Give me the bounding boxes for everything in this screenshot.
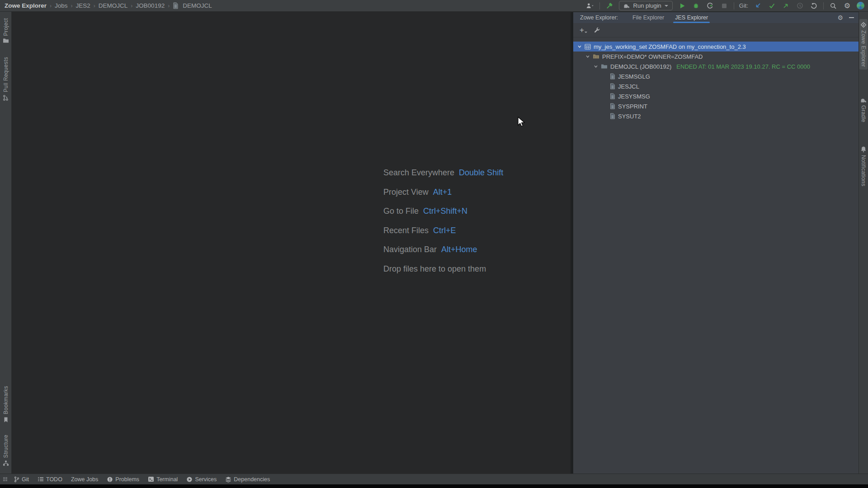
spool-file-name: JESJCL [618,83,639,90]
tree-row-spool-file[interactable]: JESMSGLG [573,71,859,81]
breadcrumb-item[interactable]: JES2 [76,2,90,9]
project-label: Project [3,18,9,36]
add-working-set-button[interactable]: + [580,26,587,34]
profiler-button[interactable] [706,1,715,10]
breadcrumb-item[interactable]: DEMOJCL [183,2,212,9]
panel-settings-gear-icon[interactable]: ⚙ [837,14,843,21]
chevron-down-icon [585,32,587,33]
problems-icon [107,476,113,483]
structure-icon [3,460,9,466]
hint-shortcut: Alt+1 [433,188,452,197]
breadcrumb-item[interactable]: DEMOJCL [99,2,128,9]
run-configuration-select[interactable]: Run plugin [619,1,673,10]
hint-label: Search Everywhere [383,168,454,178]
hint-label: Go to File [383,206,419,216]
hide-panel-icon[interactable] [849,17,854,18]
toolbar-separator [599,2,600,9]
dependencies-layers-icon [225,476,231,483]
git-update-button[interactable] [753,1,762,10]
pull-requests-label: Pull Requests [3,57,9,92]
build-hammer-icon[interactable] [605,1,614,10]
terminal-icon [148,476,154,482]
notifications-label: Notifications [860,155,867,186]
debug-button[interactable] [692,1,701,10]
folder-icon [3,38,9,43]
toolwindow-todo[interactable]: TODO [38,476,62,483]
gradle-elephant-icon [623,3,630,9]
sidebar-item-pull-requests[interactable]: Pull Requests [1,54,10,104]
tab-jes-explorer[interactable]: JES Explorer [670,13,712,23]
todo-list-icon [38,476,44,482]
spool-file-name: JESYSMSG [618,93,650,100]
tool-window-header: Zowe Explorer: File Explorer JES Explore… [573,12,859,23]
rollback-icon[interactable] [809,1,818,10]
toolbar-separator [823,2,824,9]
search-icon[interactable] [829,1,838,10]
toolwindow-services[interactable]: Services [186,476,217,483]
problems-label: Problems [115,476,139,483]
tree-row-spool-file[interactable]: JESJCL [573,81,859,91]
services-label: Services [195,476,217,483]
sidebar-item-notifications[interactable]: Notifications [859,143,868,189]
breadcrumb-separator: › [71,3,73,9]
job-status: ENDED AT: 01 MAR 2023 19.10.27. RC = CC … [676,63,810,70]
top-bar: Zowe Explorer › Jobs › JES2 › DEMOJCL › … [0,0,868,12]
tab-file-explorer[interactable]: File Explorer [628,13,669,23]
git-push-button[interactable] [781,1,790,10]
sidebar-item-gradle[interactable]: Gradle [859,95,868,125]
bookmarks-label: Bookmarks [3,386,9,414]
stop-button[interactable] [720,1,729,10]
breadcrumb-item[interactable]: JOB00192 [136,2,165,9]
services-icon [186,476,193,483]
git-commit-button[interactable] [767,1,776,10]
chevron-expanded-icon[interactable] [594,64,598,69]
chevron-expanded-icon[interactable] [577,44,582,49]
toolwindow-terminal[interactable]: Terminal [148,476,178,483]
right-tool-stripe: Zowe Explorer Gradle Notifications [859,12,868,474]
bell-icon [860,146,867,153]
sidebar-item-zowe-explorer[interactable]: Zowe Explorer [859,19,868,70]
sidebar-item-project[interactable]: Project [2,15,10,46]
breadcrumb-separator: › [50,3,52,9]
sidebar-item-bookmarks[interactable]: Bookmarks [2,383,10,426]
quick-access-icon[interactable] [3,477,8,482]
breadcrumb-item[interactable]: Zowe Explorer [5,2,47,9]
tree-row-spool-file[interactable]: JESYSMSG [573,91,859,101]
terminal-label: Terminal [156,476,178,483]
zowe-icon [860,22,867,28]
run-button[interactable] [678,1,687,10]
bottom-tool-bar: Git TODO Zowe Jobs Problems Terminal Ser… [0,474,868,484]
toolwindow-zowe-jobs[interactable]: Zowe Jobs [71,476,98,483]
chevron-down-icon [665,5,668,7]
user-dropdown-button[interactable] [585,1,594,10]
history-clock-icon[interactable] [795,1,804,10]
breadcrumb: Zowe Explorer › Jobs › JES2 › DEMOJCL › … [5,2,212,9]
tree-row-filter[interactable]: PREFIX=DEMO* OWNER=ZOSMFAD [573,52,859,61]
left-tool-stripe: Project Pull Requests Bookmarks Structur… [0,12,12,474]
tree-row-spool-file[interactable]: SYSUT2 [573,111,859,121]
tree-row-spool-file[interactable]: SYSPRINT [573,101,859,111]
panel-toolbar: + [573,23,859,38]
wrench-icon[interactable] [594,27,600,33]
toolwindow-problems[interactable]: Problems [107,476,139,483]
job-folder-icon [601,64,608,69]
working-set-icon [585,44,591,50]
toolwindow-git[interactable]: Git [14,476,29,483]
sidebar-item-structure[interactable]: Structure [2,432,10,469]
toolwindow-dependencies[interactable]: Dependencies [225,476,270,483]
breadcrumb-separator: › [131,3,132,9]
breadcrumb-separator: › [94,3,95,9]
tree-row-job[interactable]: DEMOJCL (JOB00192) ENDED AT: 01 MAR 2023… [573,61,859,71]
todo-label: TODO [46,476,62,483]
spool-file-icon [610,73,615,80]
hint-shortcut: Alt+Home [441,245,477,254]
settings-gear-icon[interactable]: ⚙ [843,1,852,10]
chevron-expanded-icon[interactable] [585,54,590,59]
structure-label: Structure [3,435,9,458]
tree-row-working-set[interactable]: my_jes_working_set ZOSMFAD on my_connect… [573,42,859,52]
profile-globe-icon[interactable] [857,2,864,9]
hint-shortcut: Ctrl+Shift+N [423,206,467,216]
gradle-elephant-icon [860,98,867,103]
jes-tree: my_jes_working_set ZOSMFAD on my_connect… [573,38,859,121]
breadcrumb-item[interactable]: Jobs [55,2,68,9]
